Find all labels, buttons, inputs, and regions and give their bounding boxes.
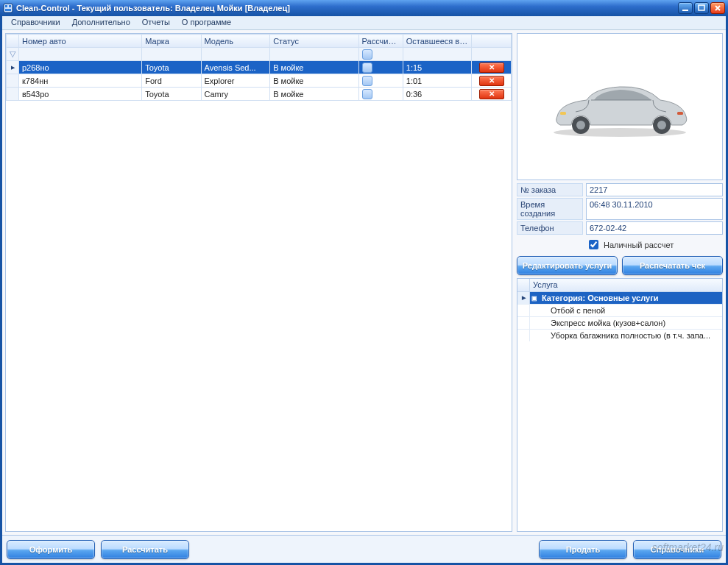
- menu-bar: Справочники Дополнительно Отчеты О прогр…: [2, 16, 726, 30]
- svg-point-10: [657, 121, 666, 129]
- collapse-icon[interactable]: ▣: [531, 295, 537, 302]
- cell-status: В мойке: [270, 88, 358, 101]
- label-created: Время создания: [517, 198, 583, 220]
- car-image-panel: [517, 33, 723, 180]
- sell-button[interactable]: Продать: [539, 540, 627, 559]
- cell-status: В мойке: [270, 74, 358, 88]
- table-row[interactable]: к784ннFordExplorerВ мойке1:01✕: [7, 74, 512, 88]
- filter-calc-icon[interactable]: [362, 49, 372, 60]
- delete-row-button[interactable]: ✕: [479, 89, 504, 99]
- value-created: 06:48 30.11.2010: [586, 198, 723, 220]
- edit-services-button[interactable]: Редактировать услуги: [517, 256, 618, 275]
- cell-model: Camry: [201, 88, 270, 101]
- service-label: Отбой с пеной: [530, 305, 608, 316]
- cell-number: р268но: [19, 61, 142, 74]
- window-maximize-button[interactable]: [694, 2, 709, 14]
- value-order-no: 2217: [586, 183, 723, 196]
- column-time[interactable]: Оставшееся время: [403, 35, 472, 48]
- svg-rect-2: [9, 5, 11, 7]
- filter-row[interactable]: ▽: [7, 48, 512, 61]
- cell-calc: [358, 88, 403, 101]
- calc-badge-icon: [362, 89, 372, 99]
- service-label: Уборка багажника полностью (в т.ч. запа.…: [530, 330, 713, 341]
- cell-status: В мойке: [270, 61, 358, 74]
- services-category-label: Категория: Основные услуги: [542, 294, 659, 302]
- column-calc[interactable]: Рассчитан: [358, 35, 403, 48]
- cell-calc: [358, 74, 403, 88]
- cell-number: в543ро: [19, 88, 142, 101]
- menu-about[interactable]: О программе: [176, 16, 237, 29]
- window-close-button[interactable]: [710, 2, 725, 14]
- services-category-row[interactable]: ▣ Категория: Основные услуги: [517, 292, 722, 304]
- cell-model: Avensis Sed...: [201, 61, 270, 74]
- column-plate[interactable]: Номер авто: [19, 35, 142, 48]
- app-icon: [3, 3, 13, 13]
- cell-calc: [358, 61, 403, 74]
- cell-make: Toyota: [142, 61, 201, 74]
- delete-row-button[interactable]: ✕: [479, 76, 504, 86]
- svg-rect-1: [5, 5, 7, 7]
- value-phone: 672-02-42: [586, 221, 723, 235]
- register-button[interactable]: Оформить: [7, 540, 95, 559]
- menu-reports[interactable]: Отчеты: [136, 16, 176, 29]
- table-row[interactable]: ▶р268ноToyotaAvensis Sed...В мойке1:15✕: [7, 61, 512, 74]
- calculate-button[interactable]: Рассчитать: [101, 540, 189, 559]
- cell-make: Ford: [142, 74, 201, 88]
- table-row[interactable]: в543роToyotaCamryВ мойке0:36✕: [7, 88, 512, 101]
- row-indicator: [7, 74, 19, 88]
- svg-rect-4: [682, 10, 688, 11]
- vehicles-grid[interactable]: Номер авто Марка Модель Статус Рассчитан…: [6, 34, 512, 101]
- print-receipt-button[interactable]: Распечатать чек: [622, 256, 723, 275]
- label-cash-payment[interactable]: Наличный рассчет: [604, 241, 674, 249]
- cell-model: Explorer: [201, 74, 270, 88]
- dictionaries-button[interactable]: Справочники: [633, 540, 721, 559]
- calc-badge-icon: [362, 76, 372, 86]
- svg-rect-3: [5, 9, 11, 11]
- menu-dictionaries[interactable]: Справочники: [5, 16, 66, 29]
- label-phone: Телефон: [517, 221, 583, 235]
- service-row[interactable]: Отбой с пеной: [517, 304, 722, 316]
- bottom-bar: Оформить Рассчитать Продать Справочники: [2, 535, 726, 563]
- column-actions: [472, 35, 512, 48]
- svg-rect-12: [677, 112, 683, 115]
- column-indicator: [7, 35, 19, 48]
- window-title: Clean-Control - Текущий пользователь: Вл…: [16, 4, 678, 13]
- vehicles-grid-panel: Номер авто Марка Модель Статус Рассчитан…: [5, 33, 512, 532]
- calc-badge-icon: [362, 63, 372, 73]
- cell-make: Toyota: [142, 88, 201, 101]
- order-info-panel: № заказа 2217 Время создания 06:48 30.11…: [517, 183, 723, 253]
- car-illustration: [543, 74, 697, 140]
- svg-rect-5: [699, 5, 704, 10]
- column-model[interactable]: Модель: [201, 35, 270, 48]
- window-minimize-button[interactable]: [678, 2, 693, 14]
- label-order-no: № заказа: [517, 183, 583, 196]
- svg-rect-11: [560, 112, 566, 115]
- cell-time: 0:36: [403, 88, 472, 101]
- funnel-icon: ▽: [8, 49, 17, 59]
- cell-number: к784нн: [19, 74, 142, 88]
- column-status[interactable]: Статус: [270, 35, 358, 48]
- svg-rect-0: [4, 4, 13, 13]
- services-column-header[interactable]: Услуга: [530, 279, 561, 291]
- cash-payment-checkbox[interactable]: [589, 240, 598, 249]
- delete-row-button[interactable]: ✕: [479, 63, 504, 73]
- window-titlebar: Clean-Control - Текущий пользователь: Вл…: [0, 0, 728, 16]
- row-indicator: [7, 88, 19, 101]
- service-label: Экспресс мойка (кузов+салон): [530, 317, 668, 329]
- service-row[interactable]: Уборка багажника полностью (в т.ч. запа.…: [517, 329, 722, 341]
- service-row[interactable]: Экспресс мойка (кузов+салон): [517, 316, 722, 329]
- svg-point-8: [576, 121, 585, 129]
- row-indicator: ▶: [7, 61, 19, 74]
- cell-time: 1:15: [403, 61, 472, 74]
- menu-additional[interactable]: Дополнительно: [66, 16, 136, 29]
- column-make[interactable]: Марка: [142, 35, 201, 48]
- cell-time: 1:01: [403, 74, 472, 88]
- row-indicator-icon: [517, 292, 530, 304]
- services-grid-panel: Услуга ▣ Категория: Основные услуги Отбо…: [517, 278, 723, 532]
